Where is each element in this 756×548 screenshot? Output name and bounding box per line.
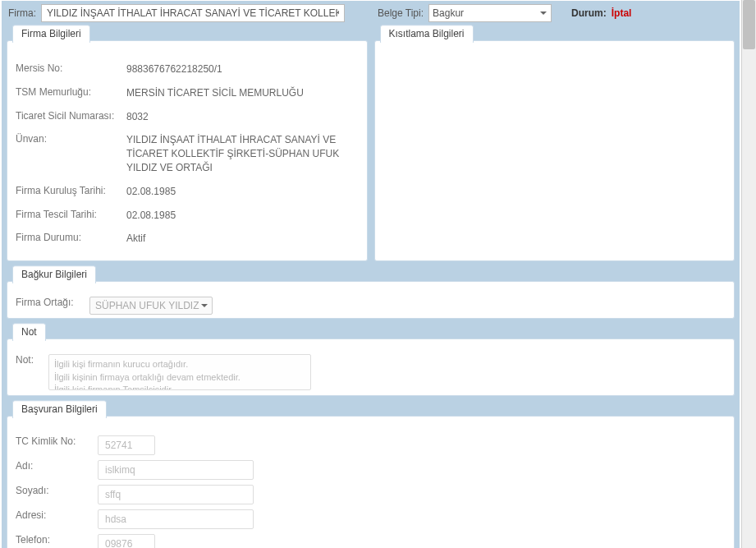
durum-value: İptal xyxy=(612,7,632,19)
not-line1: İlgili kişi firmanın kurucu ortağıdır. xyxy=(54,358,305,371)
firma-label: Firma: xyxy=(8,7,36,19)
basvuran-bilgileri-tab[interactable]: Başvuran Bilgileri xyxy=(12,400,107,418)
soyadi-input[interactable] xyxy=(98,485,254,504)
tc-kimlik-input[interactable] xyxy=(98,435,155,455)
scrollbar-thumb[interactable] xyxy=(743,0,755,49)
tsm-value: MERSİN TİCARET SİCİL MEMURLUĞU xyxy=(126,86,359,100)
firma-input[interactable] xyxy=(41,4,345,22)
firma-durumu-value: Aktif xyxy=(126,232,359,246)
adresi-input[interactable] xyxy=(98,509,254,529)
belge-tipi-label: Belge Tipi: xyxy=(378,7,424,19)
firma-durumu-label: Firma Durumu: xyxy=(16,232,126,243)
tescil-tarihi-value: 02.08.1985 xyxy=(126,209,359,223)
firma-ortagi-label: Firma Ortağı: xyxy=(16,297,89,308)
adi-label: Adı: xyxy=(16,460,98,472)
unvan-label: Ünvan: xyxy=(16,133,126,145)
not-line2: İlgili kişinin firmaya ortaklığı devam e… xyxy=(54,371,305,384)
mersis-no-value: 9883676762218250/1 xyxy=(126,62,359,76)
unvan-value: YILDIZ İNŞAAT İTHALAT İHRACAT SANAYİ VE … xyxy=(126,133,359,174)
firma-bilgileri-panel: Firma Bilgileri Mersis No: 9883676762218… xyxy=(7,40,368,261)
not-tab[interactable]: Not xyxy=(12,323,46,341)
mersis-no-label: Mersis No: xyxy=(16,62,126,74)
firma-bilgileri-tab[interactable]: Firma Bilgileri xyxy=(12,25,90,43)
tescil-tarihi-label: Firma Tescil Tarihi: xyxy=(16,209,126,220)
not-label: Not: xyxy=(16,354,48,366)
vertical-scrollbar[interactable] xyxy=(741,0,756,548)
soyadi-label: Soyadı: xyxy=(16,485,98,496)
top-bar: Firma: Belge Tipi: Bagkur Durum: İptal xyxy=(2,1,740,25)
belge-tipi-select[interactable]: Bagkur xyxy=(428,4,552,22)
tc-kimlik-label: TC Kimlik No: xyxy=(16,435,98,447)
not-textarea[interactable]: İlgili kişi firmanın kurucu ortağıdır. İ… xyxy=(48,354,311,390)
telefon-input[interactable] xyxy=(98,534,155,548)
adresi-label: Adresi: xyxy=(16,509,98,521)
tsm-label: TSM Memurluğu: xyxy=(16,86,126,98)
kurulus-tarihi-value: 02.08.1985 xyxy=(126,185,359,199)
ticaret-sicil-value: 8032 xyxy=(126,110,359,124)
telefon-label: Telefon: xyxy=(16,534,98,546)
firma-ortagi-select[interactable]: SÜPHAN UFUK YILDIZ xyxy=(89,297,213,315)
basvuran-bilgileri-panel: Başvuran Bilgileri TC Kimlik No: Adı: So… xyxy=(7,416,735,548)
durum-label: Durum: xyxy=(571,7,607,19)
kisitlama-bilgileri-panel: Kısıtlama Bilgileri xyxy=(374,40,735,261)
kurulus-tarihi-label: Firma Kuruluş Tarihi: xyxy=(16,185,126,196)
ticaret-sicil-label: Ticaret Sicil Numarası: xyxy=(16,110,126,122)
kisitlama-bilgileri-tab[interactable]: Kısıtlama Bilgileri xyxy=(380,25,474,43)
bagkur-bilgileri-panel: Bağkur Bilgileri Firma Ortağı: SÜPHAN UF… xyxy=(7,281,735,319)
not-panel: Not Not: İlgili kişi firmanın kurucu ort… xyxy=(7,338,735,396)
not-line3: İlgili kişi firmanın Temsilcisidir. xyxy=(54,384,305,390)
bagkur-bilgileri-tab[interactable]: Bağkur Bilgileri xyxy=(12,265,96,283)
adi-input[interactable] xyxy=(98,460,254,480)
